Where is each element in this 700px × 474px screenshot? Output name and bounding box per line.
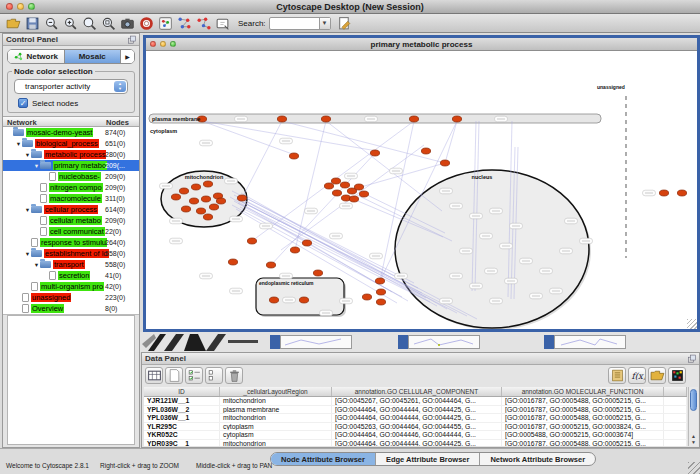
- gene-node[interactable]: [247, 238, 256, 244]
- column-header[interactable]: _cellularLayoutRegion: [220, 387, 332, 396]
- network-canvas[interactable]: plasma membranecytoplasmmitochondrionnuc…: [146, 51, 697, 329]
- import-attributes-button[interactable]: [648, 367, 666, 384]
- gene-node[interactable]: [266, 262, 275, 268]
- tree-row-mosaic-demo-yeast[interactable]: mosaic-demo-yeast874(0): [3, 127, 139, 138]
- open-folder-button[interactable]: [4, 15, 23, 32]
- gene-node[interactable]: [376, 289, 385, 295]
- tree-row-response-to-stimulu[interactable]: response to stimulu264(0): [3, 237, 139, 248]
- tab-node-attribute-browser[interactable]: Node Attribute Browser: [271, 453, 376, 465]
- column-header[interactable]: annotation.GO CELLULAR_COMPONENT: [332, 387, 502, 396]
- zoom-in-button[interactable]: [61, 15, 80, 32]
- gene-node[interactable]: [201, 196, 210, 202]
- disclosure-triangle-icon[interactable]: ▼: [24, 251, 31, 257]
- attribute-batch-button[interactable]: [608, 367, 626, 384]
- table-row[interactable]: YDR039C__1mitochondrion[GO:0044464, GO:0…: [144, 440, 687, 447]
- gene-node[interactable]: [216, 198, 225, 204]
- gene-node[interactable]: [359, 191, 368, 197]
- tab-network-attribute-browser[interactable]: Network Attribute Browser: [480, 453, 595, 465]
- unselect-attributes-button[interactable]: [205, 367, 223, 384]
- tree-row-unassigned[interactable]: unassigned223(0): [3, 292, 139, 303]
- attribute-matrix-button[interactable]: [668, 367, 686, 384]
- gene-node[interactable]: [209, 204, 218, 210]
- tree-row-cellular-process[interactable]: ▼cellular process614(0): [3, 204, 139, 215]
- network-view-titlebar[interactable]: primary metabolic process: [146, 38, 697, 51]
- gene-node[interactable]: [332, 190, 341, 196]
- gene-node[interactable]: [189, 198, 198, 204]
- save-button[interactable]: [23, 15, 42, 32]
- table-scrollbar[interactable]: ▲▼: [688, 387, 698, 446]
- tree-row-macromolecule[interactable]: macromolecule311(0): [3, 193, 139, 204]
- delete-attribute-button[interactable]: [225, 367, 243, 384]
- gene-node[interactable]: [237, 195, 246, 201]
- gene-node[interactable]: [340, 182, 349, 188]
- tab-edge-attribute-browser[interactable]: Edge Attribute Browser: [376, 453, 480, 465]
- search-input[interactable]: ▼: [269, 17, 331, 30]
- tree-row-nitrogen-compo[interactable]: nitrogen compo209(0): [3, 182, 139, 193]
- tree-row-transport[interactable]: ▼transport558(0): [3, 259, 139, 270]
- gene-node[interactable]: [181, 206, 190, 212]
- gene-node[interactable]: [370, 150, 379, 156]
- disclosure-triangle-icon[interactable]: ▼: [24, 207, 31, 213]
- camera-button[interactable]: [118, 15, 137, 32]
- gene-node[interactable]: [179, 188, 188, 194]
- gene-node[interactable]: [659, 190, 668, 196]
- gene-node[interactable]: [299, 297, 308, 303]
- disclosure-triangle-icon[interactable]: ▼: [33, 163, 40, 169]
- table-row[interactable]: YJR121W__1mitochondrion[GO:0045267, GO:0…: [144, 397, 687, 406]
- gene-node[interactable]: [375, 278, 384, 284]
- select-nodes-checkbox[interactable]: ✓: [18, 98, 28, 108]
- table-row[interactable]: YKR052Ccytoplasm[GO:0044464, GO:0044446,…: [144, 431, 687, 440]
- function-builder-button[interactable]: f(x): [628, 367, 646, 384]
- gene-node[interactable]: [302, 240, 311, 246]
- view-resize-grip[interactable]: [687, 319, 697, 329]
- scrollbar-arrows-icon[interactable]: ▲▼: [689, 433, 698, 445]
- app-resize-grip[interactable]: [688, 462, 700, 474]
- network-box-button[interactable]: [156, 15, 175, 32]
- tree-row-establishment-of-lo[interactable]: ▼establishment of lo558(0): [3, 248, 139, 259]
- gene-node[interactable]: [196, 208, 205, 214]
- gene-node[interactable]: [677, 190, 686, 196]
- filter-edit-button[interactable]: [335, 15, 354, 32]
- minimized-window-thumbnail[interactable]: [544, 335, 626, 349]
- search-dropdown-arrow-icon[interactable]: ▼: [319, 18, 330, 29]
- tree-row-metabolic-process[interactable]: ▼metabolic process280(0): [3, 149, 139, 160]
- tree-row-biological-process[interactable]: ▼biological_process651(0): [3, 138, 139, 149]
- gene-node[interactable]: [203, 181, 212, 187]
- disclosure-triangle-icon[interactable]: ▼: [24, 152, 31, 158]
- gene-node[interactable]: [349, 196, 358, 202]
- gene-node[interactable]: [354, 184, 363, 190]
- gene-node[interactable]: [376, 299, 385, 305]
- attribute-table-header[interactable]: ID_cellularLayoutRegionannotation.GO CEL…: [144, 387, 687, 397]
- gene-node[interactable]: [331, 178, 340, 184]
- gene-node[interactable]: [421, 148, 430, 154]
- gene-node[interactable]: [277, 116, 286, 122]
- gene-node[interactable]: [289, 153, 298, 159]
- float-panel-icon[interactable]: [127, 35, 137, 47]
- gene-node[interactable]: [203, 214, 212, 220]
- tab-network[interactable]: Network: [8, 50, 65, 63]
- gene-node[interactable]: [440, 160, 449, 166]
- annotation-button[interactable]: [213, 15, 232, 32]
- table-row[interactable]: YPL036W__2plasma membrane[GO:0044464, GO…: [144, 406, 687, 415]
- gene-node[interactable]: [321, 116, 330, 122]
- tree-row-cellular-metabo[interactable]: cellular metabo209(0): [3, 215, 139, 226]
- more-tabs-arrow-icon[interactable]: ▶: [121, 50, 134, 63]
- gene-node[interactable]: [362, 294, 371, 300]
- disclosure-triangle-icon[interactable]: ▼: [33, 262, 40, 268]
- help-ring-button[interactable]: [137, 15, 156, 32]
- minimized-window-thumbnail[interactable]: [398, 335, 480, 349]
- table-row[interactable]: YPL036W__1mitochondrion[GO:0044464, GO:0…: [144, 414, 687, 423]
- disclosure-triangle-icon[interactable]: ▼: [15, 141, 22, 147]
- gene-node[interactable]: [290, 247, 299, 253]
- background-network-fragment[interactable]: [140, 332, 260, 352]
- scrollbar-thumb[interactable]: [690, 389, 697, 411]
- zoom-fit-button[interactable]: [99, 15, 118, 32]
- gene-node[interactable]: [313, 270, 322, 276]
- tree-row-multi-organism-pro[interactable]: multi-organism pro42(0): [3, 281, 139, 292]
- tree-row-nucleobase-[interactable]: nucleobase-209(0): [3, 171, 139, 182]
- column-header[interactable]: ID: [144, 387, 220, 396]
- zoom-selected-button[interactable]: [80, 15, 99, 32]
- gene-node[interactable]: [269, 297, 278, 303]
- tree-row-cell-communicat[interactable]: cell communicat22(0): [3, 226, 139, 237]
- tree-row-secretion[interactable]: secretion41(0): [3, 270, 139, 281]
